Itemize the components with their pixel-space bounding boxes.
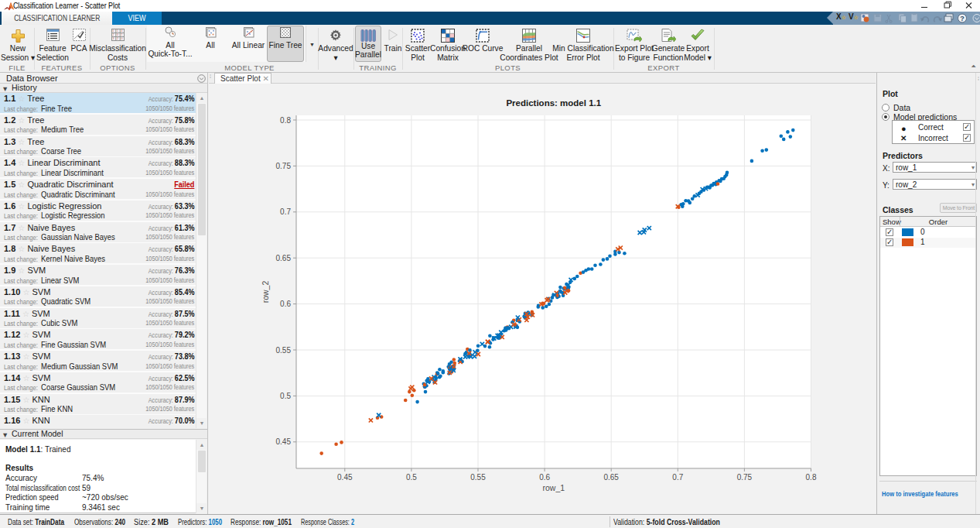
svg-text:0.5: 0.5 bbox=[406, 473, 417, 482]
svg-text:0.55: 0.55 bbox=[470, 473, 486, 482]
svg-text:1: 1 bbox=[121, 33, 122, 36]
svg-text:0.45: 0.45 bbox=[276, 437, 292, 446]
svg-text:0.65: 0.65 bbox=[276, 254, 292, 262]
svg-text:0.7: 0.7 bbox=[280, 207, 291, 216]
svg-text:0.45: 0.45 bbox=[337, 473, 353, 482]
svg-text:0.75: 0.75 bbox=[276, 162, 292, 170]
svg-text:0.7: 0.7 bbox=[672, 473, 683, 482]
svg-text:0.8: 0.8 bbox=[806, 473, 817, 482]
svg-text:0.8: 0.8 bbox=[280, 116, 291, 125]
svg-text:0: 0 bbox=[117, 33, 118, 36]
svg-text:0.6: 0.6 bbox=[539, 473, 550, 482]
svg-text:row_1: row_1 bbox=[542, 483, 565, 492]
svg-text:3: 3 bbox=[112, 37, 114, 40]
svg-text:0: 0 bbox=[112, 29, 114, 33]
svg-text:0.65: 0.65 bbox=[603, 473, 619, 482]
svg-text:2: 2 bbox=[112, 33, 114, 36]
svg-text:4: 4 bbox=[121, 29, 122, 33]
svg-text:1: 1 bbox=[117, 29, 118, 33]
svg-text:0.6: 0.6 bbox=[280, 300, 291, 308]
svg-text:2: 2 bbox=[117, 37, 118, 40]
svg-text:?: ? bbox=[960, 15, 965, 22]
svg-text:row_2: row_2 bbox=[261, 281, 270, 303]
svg-text:0.55: 0.55 bbox=[276, 346, 292, 355]
svg-text:0.5: 0.5 bbox=[280, 392, 291, 400]
svg-text:0.75: 0.75 bbox=[737, 473, 753, 482]
svg-text:0: 0 bbox=[121, 37, 122, 40]
svg-text:Predictions: model 1.1: Predictions: model 1.1 bbox=[506, 98, 601, 108]
